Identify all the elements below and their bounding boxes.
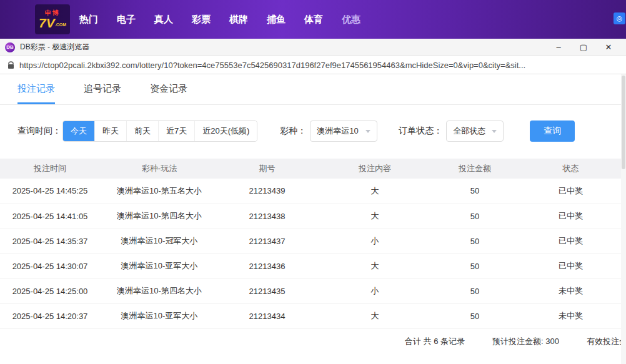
url-text[interactable]: https://ctop02pcali.2kbxi392.com/lottery… <box>19 61 619 70</box>
tab-2[interactable]: 资金记录 <box>150 83 187 104</box>
tab-1[interactable]: 追号记录 <box>84 83 121 104</box>
scrollbar-thumb[interactable] <box>622 76 625 169</box>
browser-title-bar: DB DB彩票 - 极速浏览器 – ▢ ✕ <box>0 39 626 56</box>
table-cell: 2025-04-25 14:20:37 <box>0 303 100 328</box>
table-cell: 2025-04-25 14:45:25 <box>0 179 100 204</box>
table-cell: 澳洲幸运10-亚军大小 <box>100 253 219 278</box>
table-cell: 21213436 <box>219 253 315 278</box>
site-nav: 申博 7V.COM 热门电子真人彩票棋牌捕鱼体育优惠 ◎ <box>0 0 626 39</box>
table-header-0: 投注时间 <box>0 159 100 179</box>
table-cell: 50 <box>434 253 515 278</box>
table-cell: 2025-04-25 14:30:07 <box>0 253 100 278</box>
table-cell: 21213437 <box>219 229 315 253</box>
table-cell: 澳洲幸运10-第四名大小 <box>100 278 219 303</box>
nav-item-2[interactable]: 真人 <box>145 0 182 39</box>
filter-row: 查询时间： 今天昨天前天近7天近20天(低频) 彩种： 澳洲幸运10 订单状态：… <box>17 120 626 142</box>
table-cell: 50 <box>434 303 515 328</box>
table-header-2: 期号 <box>219 159 315 179</box>
table-row: 2025-04-25 14:35:37澳洲幸运10-冠军大小21213437小5… <box>0 229 626 253</box>
logo-text-main: 7V.COM <box>39 16 66 29</box>
table-header-4: 投注金额 <box>434 159 515 179</box>
lottery-select-value: 澳洲幸运10 <box>317 125 358 137</box>
maximize-button[interactable]: ▢ <box>571 39 596 56</box>
table-header-5: 状态 <box>515 159 626 179</box>
logo-text-com: .COM <box>55 22 66 27</box>
status-filter-label: 订单状态： <box>399 125 442 137</box>
url-bar[interactable]: https://ctop02pcali.2kbxi392.com/lottery… <box>0 56 626 74</box>
table-cell: 未中奖 <box>515 278 626 303</box>
lock-icon <box>7 61 14 69</box>
table-body: 2025-04-25 14:45:25澳洲幸运10-第五名大小21213439大… <box>0 179 626 328</box>
table-header-3: 投注内容 <box>315 159 434 179</box>
table-cell: 小 <box>315 278 434 303</box>
table-cell: 已中奖 <box>515 179 626 204</box>
table-row: 2025-04-25 14:20:37澳洲幸运10-亚军大小21213434大5… <box>0 303 626 328</box>
table-cell: 大 <box>315 179 434 204</box>
nav-items: 热门电子真人彩票棋牌捕鱼体育优惠 <box>70 0 370 39</box>
table-cell: 50 <box>434 204 515 229</box>
table-cell: 50 <box>434 229 515 253</box>
nav-item-1[interactable]: 电子 <box>107 0 145 39</box>
nav-item-4[interactable]: 棋牌 <box>220 0 257 39</box>
lottery-filter-label: 彩种： <box>280 125 306 137</box>
table-header-row: 投注时间彩种-玩法期号投注内容投注金额状态 <box>0 159 626 179</box>
close-button[interactable]: ✕ <box>596 39 621 56</box>
summary-estimated: 预计投注金额: 300 <box>492 336 559 347</box>
table-cell: 2025-04-25 14:41:05 <box>0 204 100 229</box>
nav-item-3[interactable]: 彩票 <box>182 0 220 39</box>
time-filter-option-4[interactable]: 近20天(低频) <box>194 121 257 141</box>
nav-item-6[interactable]: 体育 <box>295 0 332 39</box>
record-tabs: 投注记录追号记录资金记录 <box>0 74 626 105</box>
table-cell: 2025-04-25 14:25:00 <box>0 278 100 303</box>
table-cell: 已中奖 <box>515 229 626 253</box>
table-row: 2025-04-25 14:25:00澳洲幸运10-第四名大小21213435小… <box>0 278 626 303</box>
nav-item-7[interactable]: 优惠 <box>332 0 370 39</box>
table-cell: 澳洲幸运10-第四名大小 <box>100 204 219 229</box>
table-cell: 小 <box>315 229 434 253</box>
page-scrollbar[interactable] <box>621 74 626 364</box>
nav-item-5[interactable]: 捕鱼 <box>257 0 295 39</box>
status-select-value: 全部状态 <box>453 125 485 137</box>
table-cell: 21213438 <box>219 204 315 229</box>
status-select[interactable]: 全部状态 <box>446 121 504 142</box>
time-filter-option-3[interactable]: 近7天 <box>158 121 194 141</box>
time-filter-group: 今天昨天前天近7天近20天(低频) <box>62 121 257 142</box>
summary-valid: 有效投注金 <box>587 336 626 347</box>
table-row: 2025-04-25 14:41:05澳洲幸运10-第四名大小21213438大… <box>0 204 626 229</box>
table-cell: 50 <box>434 179 515 204</box>
summary-total: 合计 共 6 条记录 <box>405 336 465 347</box>
table-row: 2025-04-25 14:30:07澳洲幸运10-亚军大小21213436大5… <box>0 253 626 278</box>
table-cell: 21213439 <box>219 179 315 204</box>
time-filter-option-0[interactable]: 今天 <box>63 121 94 141</box>
time-filter-option-1[interactable]: 昨天 <box>94 121 126 141</box>
table-cell: 21213434 <box>219 303 315 328</box>
chevron-down-icon <box>365 130 370 133</box>
tab-0[interactable]: 投注记录 <box>17 83 55 104</box>
table-cell: 澳洲幸运10-第五名大小 <box>100 179 219 204</box>
corner-app-icon[interactable]: ◎ <box>614 12 625 24</box>
table-cell: 21213435 <box>219 278 315 303</box>
table-cell: 未中奖 <box>515 303 626 328</box>
table-cell: 50 <box>434 278 515 303</box>
table-row: 2025-04-25 14:45:25澳洲幸运10-第五名大小21213439大… <box>0 179 626 204</box>
time-filter-label: 查询时间： <box>17 125 61 137</box>
search-button[interactable]: 查询 <box>530 121 575 142</box>
table-cell: 澳洲幸运10-亚军大小 <box>100 303 219 328</box>
table-cell: 2025-04-25 14:35:37 <box>0 229 100 253</box>
browser-favicon-icon: DB <box>5 42 15 52</box>
table-cell: 大 <box>315 204 434 229</box>
summary-row: 合计 共 6 条记录 预计投注金额: 300 有效投注金 <box>0 329 626 354</box>
table-cell: 澳洲幸运10-冠军大小 <box>100 229 219 253</box>
records-table: 投注时间彩种-玩法期号投注内容投注金额状态 2025-04-25 14:45:2… <box>0 159 626 329</box>
table-cell: 已中奖 <box>515 253 626 278</box>
nav-item-0[interactable]: 热门 <box>70 0 107 39</box>
site-logo[interactable]: 申博 7V.COM <box>35 4 70 34</box>
table-cell: 大 <box>315 303 434 328</box>
minimize-button[interactable]: – <box>546 39 571 56</box>
time-filter-option-2[interactable]: 前天 <box>126 121 158 141</box>
table-cell: 大 <box>315 253 434 278</box>
table-cell: 已中奖 <box>515 204 626 229</box>
lottery-select[interactable]: 澳洲幸运10 <box>310 121 377 142</box>
chevron-down-icon <box>492 130 497 133</box>
table-header-1: 彩种-玩法 <box>100 159 219 179</box>
